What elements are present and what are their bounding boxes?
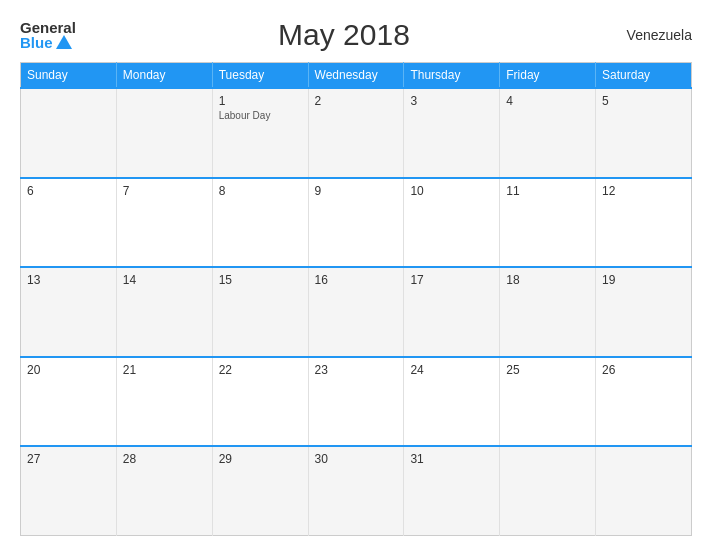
calendar-cell: 26 [596, 357, 692, 447]
col-tuesday: Tuesday [212, 63, 308, 89]
day-number: 11 [506, 184, 589, 198]
calendar-week-row: 13141516171819 [21, 267, 692, 357]
calendar-cell: 16 [308, 267, 404, 357]
day-number: 3 [410, 94, 493, 108]
calendar-table: Sunday Monday Tuesday Wednesday Thursday… [20, 62, 692, 536]
calendar-week-row: 2728293031 [21, 446, 692, 536]
calendar-cell [500, 446, 596, 536]
day-number: 15 [219, 273, 302, 287]
col-sunday: Sunday [21, 63, 117, 89]
calendar-cell: 27 [21, 446, 117, 536]
calendar-cell: 13 [21, 267, 117, 357]
calendar-cell: 25 [500, 357, 596, 447]
day-number: 1 [219, 94, 302, 108]
page: General Blue May 2018 Venezuela Sunday M… [0, 0, 712, 550]
calendar-cell: 9 [308, 178, 404, 268]
calendar-cell: 5 [596, 88, 692, 178]
logo: General Blue [20, 20, 76, 50]
col-monday: Monday [116, 63, 212, 89]
day-number: 16 [315, 273, 398, 287]
col-thursday: Thursday [404, 63, 500, 89]
calendar-cell: 11 [500, 178, 596, 268]
calendar-cell: 4 [500, 88, 596, 178]
calendar-cell: 22 [212, 357, 308, 447]
day-number: 4 [506, 94, 589, 108]
day-number: 23 [315, 363, 398, 377]
calendar-cell: 17 [404, 267, 500, 357]
calendar-week-row: 1Labour Day2345 [21, 88, 692, 178]
calendar-cell: 1Labour Day [212, 88, 308, 178]
day-number: 25 [506, 363, 589, 377]
calendar-cell: 21 [116, 357, 212, 447]
day-number: 7 [123, 184, 206, 198]
calendar-cell [596, 446, 692, 536]
col-saturday: Saturday [596, 63, 692, 89]
day-number: 27 [27, 452, 110, 466]
day-number: 28 [123, 452, 206, 466]
calendar-cell: 6 [21, 178, 117, 268]
day-number: 12 [602, 184, 685, 198]
calendar-cell [116, 88, 212, 178]
day-number: 29 [219, 452, 302, 466]
logo-general-text: General [20, 20, 76, 35]
calendar-week-row: 6789101112 [21, 178, 692, 268]
holiday-label: Labour Day [219, 110, 302, 121]
calendar-cell: 28 [116, 446, 212, 536]
col-wednesday: Wednesday [308, 63, 404, 89]
calendar-title: May 2018 [76, 18, 612, 52]
day-number: 9 [315, 184, 398, 198]
calendar-cell: 23 [308, 357, 404, 447]
logo-blue-row: Blue [20, 35, 72, 50]
day-number: 2 [315, 94, 398, 108]
header: General Blue May 2018 Venezuela [20, 18, 692, 52]
logo-blue-text: Blue [20, 35, 53, 50]
day-number: 20 [27, 363, 110, 377]
calendar-cell: 31 [404, 446, 500, 536]
days-of-week-row: Sunday Monday Tuesday Wednesday Thursday… [21, 63, 692, 89]
calendar-cell: 8 [212, 178, 308, 268]
calendar-cell: 19 [596, 267, 692, 357]
calendar-cell [21, 88, 117, 178]
day-number: 14 [123, 273, 206, 287]
day-number: 13 [27, 273, 110, 287]
calendar-cell: 3 [404, 88, 500, 178]
day-number: 21 [123, 363, 206, 377]
calendar-cell: 10 [404, 178, 500, 268]
day-number: 30 [315, 452, 398, 466]
day-number: 31 [410, 452, 493, 466]
calendar-cell: 7 [116, 178, 212, 268]
day-number: 6 [27, 184, 110, 198]
day-number: 19 [602, 273, 685, 287]
country-label: Venezuela [612, 27, 692, 43]
calendar-cell: 2 [308, 88, 404, 178]
day-number: 18 [506, 273, 589, 287]
calendar-cell: 20 [21, 357, 117, 447]
calendar-cell: 29 [212, 446, 308, 536]
calendar-body: 1Labour Day23456789101112131415161718192… [21, 88, 692, 536]
day-number: 10 [410, 184, 493, 198]
day-number: 24 [410, 363, 493, 377]
day-number: 5 [602, 94, 685, 108]
day-number: 17 [410, 273, 493, 287]
day-number: 26 [602, 363, 685, 377]
calendar-cell: 24 [404, 357, 500, 447]
col-friday: Friday [500, 63, 596, 89]
calendar-cell: 14 [116, 267, 212, 357]
calendar-week-row: 20212223242526 [21, 357, 692, 447]
calendar-header: Sunday Monday Tuesday Wednesday Thursday… [21, 63, 692, 89]
logo-triangle-icon [56, 35, 72, 49]
calendar-cell: 30 [308, 446, 404, 536]
calendar-cell: 12 [596, 178, 692, 268]
day-number: 8 [219, 184, 302, 198]
day-number: 22 [219, 363, 302, 377]
calendar-cell: 15 [212, 267, 308, 357]
calendar-cell: 18 [500, 267, 596, 357]
